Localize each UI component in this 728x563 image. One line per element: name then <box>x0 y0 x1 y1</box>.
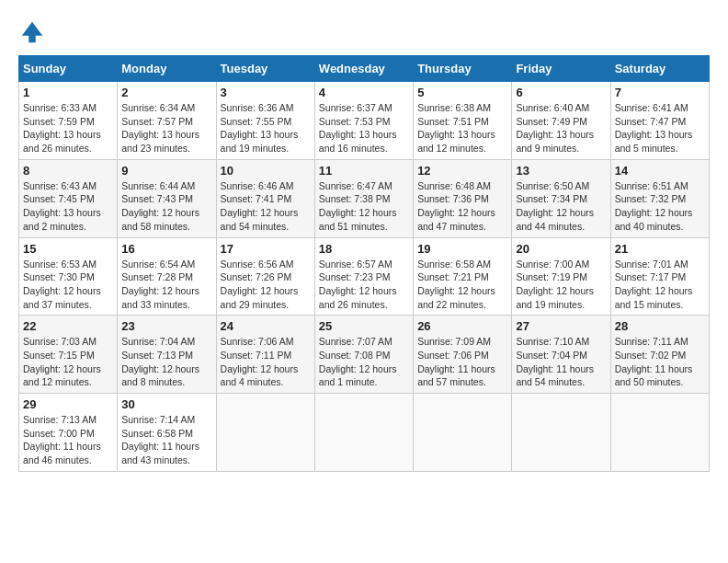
table-row: 29Sunrise: 7:13 AM Sunset: 7:00 PM Dayli… <box>19 394 118 472</box>
table-row: 17Sunrise: 6:56 AM Sunset: 7:26 PM Dayli… <box>216 237 314 316</box>
day-info: Sunrise: 6:41 AM Sunset: 7:47 PM Dayligh… <box>615 101 705 155</box>
day-number: 9 <box>121 164 211 178</box>
table-row: 26Sunrise: 7:09 AM Sunset: 7:06 PM Dayli… <box>414 316 512 394</box>
table-row: 7Sunrise: 6:41 AM Sunset: 7:47 PM Daylig… <box>610 82 709 160</box>
day-number: 3 <box>221 86 311 99</box>
table-row: 18Sunrise: 6:57 AM Sunset: 7:23 PM Dayli… <box>314 237 413 316</box>
day-info: Sunrise: 7:01 AM Sunset: 7:17 PM Dayligh… <box>615 258 705 312</box>
day-info: Sunrise: 6:33 AM Sunset: 7:59 PM Dayligh… <box>23 101 113 155</box>
day-number: 29 <box>23 397 113 411</box>
day-info: Sunrise: 6:56 AM Sunset: 7:26 PM Dayligh… <box>221 258 311 312</box>
table-row: 15Sunrise: 6:53 AM Sunset: 7:30 PM Dayli… <box>19 237 118 316</box>
day-number: 23 <box>121 319 211 333</box>
day-info: Sunrise: 7:09 AM Sunset: 7:06 PM Dayligh… <box>417 335 507 389</box>
table-row: 19Sunrise: 6:58 AM Sunset: 7:21 PM Dayli… <box>414 237 512 316</box>
day-number: 13 <box>516 164 606 178</box>
table-row: 22Sunrise: 7:03 AM Sunset: 7:15 PM Dayli… <box>19 316 118 394</box>
table-row: 28Sunrise: 7:11 AM Sunset: 7:02 PM Dayli… <box>610 316 709 394</box>
calendar-week-row: 1Sunrise: 6:33 AM Sunset: 7:59 PM Daylig… <box>19 82 710 160</box>
day-number: 14 <box>615 164 705 178</box>
table-row: 30Sunrise: 7:14 AM Sunset: 6:58 PM Dayli… <box>118 394 216 472</box>
day-info: Sunrise: 6:48 AM Sunset: 7:36 PM Dayligh… <box>417 179 507 234</box>
day-number: 22 <box>23 319 113 333</box>
day-info: Sunrise: 6:34 AM Sunset: 7:57 PM Dayligh… <box>121 101 211 155</box>
col-sunday: Sunday <box>19 56 118 82</box>
day-number: 5 <box>417 86 507 99</box>
table-row: 10Sunrise: 6:46 AM Sunset: 7:41 PM Dayli… <box>216 159 314 237</box>
day-info: Sunrise: 6:53 AM Sunset: 7:30 PM Dayligh… <box>23 258 113 312</box>
day-number: 15 <box>23 242 113 256</box>
day-info: Sunrise: 6:37 AM Sunset: 7:53 PM Dayligh… <box>319 101 409 155</box>
day-info: Sunrise: 6:50 AM Sunset: 7:34 PM Dayligh… <box>516 179 606 234</box>
day-info: Sunrise: 7:14 AM Sunset: 6:58 PM Dayligh… <box>121 413 211 467</box>
day-info: Sunrise: 7:00 AM Sunset: 7:19 PM Dayligh… <box>516 258 606 312</box>
day-number: 30 <box>121 397 211 411</box>
table-row: 9Sunrise: 6:44 AM Sunset: 7:43 PM Daylig… <box>118 159 216 237</box>
table-row: 1Sunrise: 6:33 AM Sunset: 7:59 PM Daylig… <box>19 82 118 160</box>
calendar-week-row: 15Sunrise: 6:53 AM Sunset: 7:30 PM Dayli… <box>19 237 710 316</box>
table-row: 23Sunrise: 7:04 AM Sunset: 7:13 PM Dayli… <box>118 316 216 394</box>
day-number: 12 <box>417 164 507 178</box>
calendar-week-row: 29Sunrise: 7:13 AM Sunset: 7:00 PM Dayli… <box>19 394 710 472</box>
table-row <box>610 394 709 472</box>
table-row: 21Sunrise: 7:01 AM Sunset: 7:17 PM Dayli… <box>610 237 709 316</box>
table-row: 14Sunrise: 6:51 AM Sunset: 7:32 PM Dayli… <box>610 159 709 237</box>
table-row: 6Sunrise: 6:40 AM Sunset: 7:49 PM Daylig… <box>512 82 610 160</box>
day-number: 6 <box>516 86 606 99</box>
table-row: 11Sunrise: 6:47 AM Sunset: 7:38 PM Dayli… <box>314 159 413 237</box>
day-number: 10 <box>221 164 311 178</box>
day-info: Sunrise: 6:54 AM Sunset: 7:28 PM Dayligh… <box>121 258 211 312</box>
day-info: Sunrise: 6:44 AM Sunset: 7:43 PM Dayligh… <box>121 179 211 234</box>
table-row: 4Sunrise: 6:37 AM Sunset: 7:53 PM Daylig… <box>314 82 413 160</box>
svg-marker-0 <box>22 22 43 43</box>
table-row: 24Sunrise: 7:06 AM Sunset: 7:11 PM Dayli… <box>216 316 314 394</box>
table-row: 13Sunrise: 6:50 AM Sunset: 7:34 PM Dayli… <box>512 159 610 237</box>
day-info: Sunrise: 7:11 AM Sunset: 7:02 PM Dayligh… <box>615 335 705 389</box>
day-number: 28 <box>615 319 705 333</box>
col-wednesday: Wednesday <box>314 56 413 82</box>
day-info: Sunrise: 6:36 AM Sunset: 7:55 PM Dayligh… <box>221 101 311 155</box>
day-number: 27 <box>516 319 606 333</box>
day-info: Sunrise: 6:40 AM Sunset: 7:49 PM Dayligh… <box>516 101 606 155</box>
table-row: 20Sunrise: 7:00 AM Sunset: 7:19 PM Dayli… <box>512 237 610 316</box>
day-info: Sunrise: 6:46 AM Sunset: 7:41 PM Dayligh… <box>221 179 311 234</box>
table-row: 16Sunrise: 6:54 AM Sunset: 7:28 PM Dayli… <box>118 237 216 316</box>
day-number: 8 <box>23 164 113 178</box>
col-thursday: Thursday <box>414 56 512 82</box>
day-number: 24 <box>221 319 311 333</box>
calendar-header-row: Sunday Monday Tuesday Wednesday Thursday… <box>19 56 710 82</box>
calendar: Sunday Monday Tuesday Wednesday Thursday… <box>18 55 710 472</box>
table-row: 8Sunrise: 6:43 AM Sunset: 7:45 PM Daylig… <box>19 159 118 237</box>
table-row: 25Sunrise: 7:07 AM Sunset: 7:08 PM Dayli… <box>314 316 413 394</box>
day-info: Sunrise: 6:51 AM Sunset: 7:32 PM Dayligh… <box>615 179 705 234</box>
day-info: Sunrise: 7:06 AM Sunset: 7:11 PM Dayligh… <box>221 335 311 389</box>
day-number: 2 <box>121 86 211 99</box>
day-info: Sunrise: 6:58 AM Sunset: 7:21 PM Dayligh… <box>417 258 507 312</box>
table-row: 2Sunrise: 6:34 AM Sunset: 7:57 PM Daylig… <box>118 82 216 160</box>
col-monday: Monday <box>118 56 216 82</box>
header <box>18 18 710 46</box>
table-row <box>512 394 610 472</box>
table-row: 5Sunrise: 6:38 AM Sunset: 7:51 PM Daylig… <box>414 82 512 160</box>
calendar-week-row: 8Sunrise: 6:43 AM Sunset: 7:45 PM Daylig… <box>19 159 710 237</box>
day-number: 16 <box>121 242 211 256</box>
day-number: 1 <box>23 86 113 99</box>
table-row <box>216 394 314 472</box>
day-info: Sunrise: 7:04 AM Sunset: 7:13 PM Dayligh… <box>121 335 211 389</box>
day-info: Sunrise: 6:57 AM Sunset: 7:23 PM Dayligh… <box>319 258 409 312</box>
day-info: Sunrise: 6:47 AM Sunset: 7:38 PM Dayligh… <box>319 179 409 234</box>
day-number: 20 <box>516 242 606 256</box>
col-friday: Friday <box>512 56 610 82</box>
day-info: Sunrise: 7:10 AM Sunset: 7:04 PM Dayligh… <box>516 335 606 389</box>
day-number: 25 <box>319 319 409 333</box>
day-number: 7 <box>615 86 705 99</box>
day-number: 18 <box>319 242 409 256</box>
day-info: Sunrise: 7:13 AM Sunset: 7:00 PM Dayligh… <box>23 413 113 467</box>
day-number: 19 <box>417 242 507 256</box>
col-tuesday: Tuesday <box>216 56 314 82</box>
day-number: 26 <box>417 319 507 333</box>
day-info: Sunrise: 7:07 AM Sunset: 7:08 PM Dayligh… <box>319 335 409 389</box>
day-info: Sunrise: 7:03 AM Sunset: 7:15 PM Dayligh… <box>23 335 113 389</box>
col-saturday: Saturday <box>610 56 709 82</box>
table-row: 27Sunrise: 7:10 AM Sunset: 7:04 PM Dayli… <box>512 316 610 394</box>
